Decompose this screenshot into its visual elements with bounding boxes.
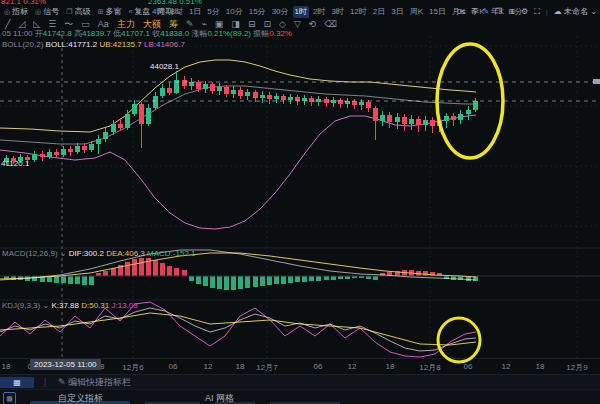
axis-tick: 12月9 [566, 362, 587, 373]
menu-指标[interactable]: ◎指标 [4, 7, 28, 17]
candle-body [444, 116, 449, 121]
boll-ub-value: UB:42135.7 [99, 40, 141, 49]
macd-name: MACD(12,26,9) [2, 249, 58, 258]
macd-hist-bar [182, 270, 187, 276]
macd-hist-bar [160, 263, 165, 276]
edit-quick-indicator-bar[interactable]: ✎ 编辑快捷指标栏 [58, 377, 131, 388]
macd-hist-bar [196, 276, 201, 284]
axis-tick: 18 [236, 362, 245, 371]
delete-icon[interactable]: ⌫ [324, 19, 337, 30]
axis-tick: 12月6 [122, 362, 143, 373]
macd-hist-bar [146, 258, 151, 276]
macd-hist-bar [409, 270, 414, 276]
candle-body [82, 146, 87, 150]
macd-dif-value: DIF:300.2 [69, 249, 104, 258]
candle-body [47, 152, 52, 157]
macd-row[interactable]: MACD(12,26,9) ⌄ DIF:300.2 DEA:406.3 MACD… [2, 249, 196, 259]
edit-icon[interactable]: ✎ [482, 7, 489, 16]
timeframe-15分[interactable]: 15分 [247, 6, 268, 18]
menu-复盘[interactable]: «复盘 [128, 7, 150, 17]
boll-upper-band [0, 60, 476, 132]
boll-lower-band [0, 115, 476, 229]
timeframe-12时[interactable]: 12时 [348, 6, 369, 18]
timeframe-1时[interactable]: 1时 [293, 6, 309, 18]
timeframe-15日[interactable]: 15日 [427, 6, 448, 18]
timeframe-1日[interactable]: 1日 [187, 6, 203, 18]
macd-hist-bar [132, 259, 137, 276]
open-label: 开 [35, 29, 43, 38]
candle-body [32, 154, 37, 160]
menu-多窗[interactable]: ⊞多窗 [98, 7, 122, 17]
timeframe-30分[interactable]: 30分 [270, 6, 291, 18]
indicator-grid-icon[interactable]: ▦ [3, 392, 16, 404]
macd-caret-icon[interactable]: ⌄ [60, 249, 67, 258]
tab-自定义指标[interactable]: 自定义指标 [58, 392, 103, 404]
candle-body [210, 84, 215, 91]
kdj-caret-icon[interactable]: ⌄ [42, 301, 49, 310]
candle-body [458, 114, 463, 120]
template-menu[interactable]: ☁ 未命名 ⌄ [554, 7, 597, 16]
kdj-row[interactable]: KDJ(9,3,3) ⌄ K:37.88 D:50.31 J:13.03 [2, 301, 138, 311]
menu-信号[interactable]: ◎信号 [35, 7, 59, 17]
kdj-k-value: K:37.88 [51, 301, 79, 310]
open-value: 41742.8 [43, 29, 72, 38]
filter-icon[interactable]: ▽ [294, 19, 301, 30]
indicator-tag[interactable]: ▦ [0, 377, 34, 388]
macd-hist-bar [253, 276, 258, 287]
macd-hist-bar [245, 276, 250, 288]
high-label: 高 [74, 29, 82, 38]
macd-hist-bar [345, 276, 350, 279]
candle-body [316, 99, 321, 102]
timeframe-周K[interactable]: 周K [408, 6, 425, 18]
kdj-j-value: J:13.03 [111, 301, 137, 310]
candle-body [125, 114, 130, 128]
candle-body [295, 97, 300, 101]
annotation-ellipse[interactable] [437, 44, 503, 158]
ticker-left[interactable]: 821.1 0.31% [1, 0, 46, 7]
axis-tick: 06 [464, 362, 473, 371]
boll-row[interactable]: BOLL(20,2) BOLL:41771.2 UB:42135.7 LB:41… [2, 40, 185, 50]
macd-hist-bar [61, 276, 66, 283]
macd-hist-bar [331, 276, 336, 280]
candle-body [416, 119, 421, 125]
candle-body [75, 146, 80, 152]
candle-body [182, 80, 187, 86]
macd-hist-bar [260, 276, 265, 286]
settings-gear-icon[interactable]: ⚙ [521, 7, 528, 16]
timeframe-3日[interactable]: 3日 [389, 6, 405, 18]
candle-body [96, 139, 101, 144]
tab-AI 网格[interactable]: AI 网格 [205, 392, 234, 404]
candle-body [451, 116, 456, 120]
timeframe-5分[interactable]: 5分 [205, 6, 221, 18]
countdown-label[interactable]: 0s [457, 7, 465, 16]
camera-icon[interactable]: ⌂ [472, 7, 477, 16]
multiwindow-icon: ⊞ [98, 7, 104, 17]
macd-hist-bar [451, 276, 456, 280]
timeframe-8时[interactable]: 8时 [168, 6, 184, 18]
fullscreen-icon[interactable]: ⛶ [534, 7, 540, 16]
annotation-ellipse[interactable] [438, 318, 480, 362]
ohlc-row: 05 11:00 开41742.8 高41839.7 低41707.1 收418… [2, 29, 292, 39]
timeframe-2日[interactable]: 2日 [371, 6, 387, 18]
macd-hist-bar [82, 276, 87, 285]
timeframe-2时[interactable]: 2时 [311, 6, 327, 18]
candle-body [89, 144, 94, 150]
timeframe-4时[interactable]: 4时 [150, 6, 166, 18]
timeframe-10分[interactable]: 10分 [224, 6, 245, 18]
change-value: 0.21%(89.2) [207, 29, 251, 38]
undo-icon[interactable]: ⟲ [309, 19, 317, 30]
left-price-label: 41120.1 [1, 159, 30, 168]
macd-hist-bar [4, 276, 9, 279]
menu-高级[interactable]: ❐高级 [66, 7, 90, 17]
panels-icon[interactable]: ⊞ [508, 7, 515, 16]
kdj-k-line [0, 308, 476, 351]
axis-tick: 18 [536, 362, 545, 371]
replay-icon: « [128, 7, 132, 17]
compare-icon[interactable]: ❐ [495, 7, 502, 16]
candle-body [288, 97, 293, 100]
timeframe-3时[interactable]: 3时 [329, 6, 345, 18]
macd-hist-bar [416, 271, 421, 276]
candle-body [430, 120, 435, 126]
chart-canvas[interactable]: 44028.141120.1 [0, 36, 600, 376]
advanced-icon: ❐ [66, 7, 72, 17]
